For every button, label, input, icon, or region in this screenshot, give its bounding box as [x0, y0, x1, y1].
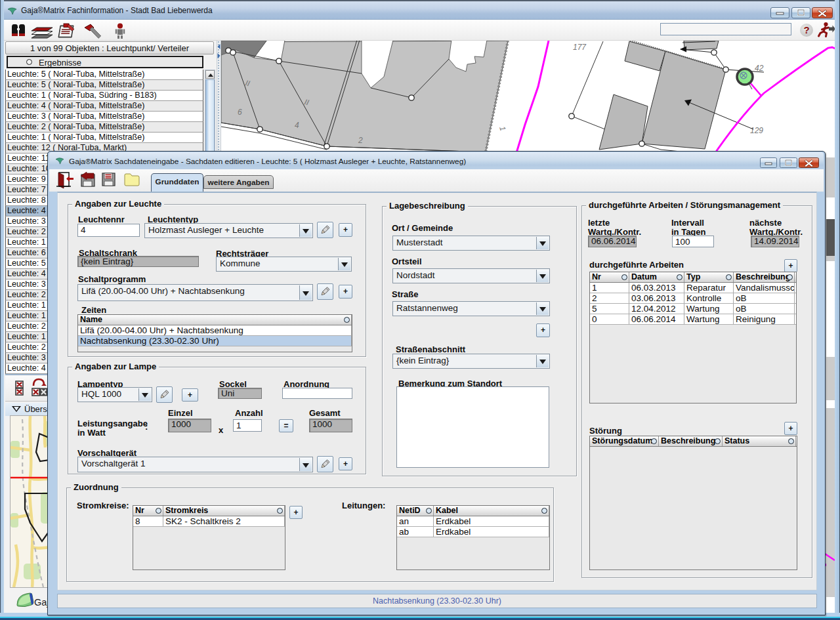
svg-text:4: 4 — [295, 121, 299, 130]
svg-text:1: 1 — [497, 125, 507, 133]
svg-text:177: 177 — [573, 43, 587, 52]
svg-text:2: 2 — [358, 136, 363, 145]
svg-text:6: 6 — [238, 108, 242, 117]
svg-text:129: 129 — [750, 126, 763, 135]
